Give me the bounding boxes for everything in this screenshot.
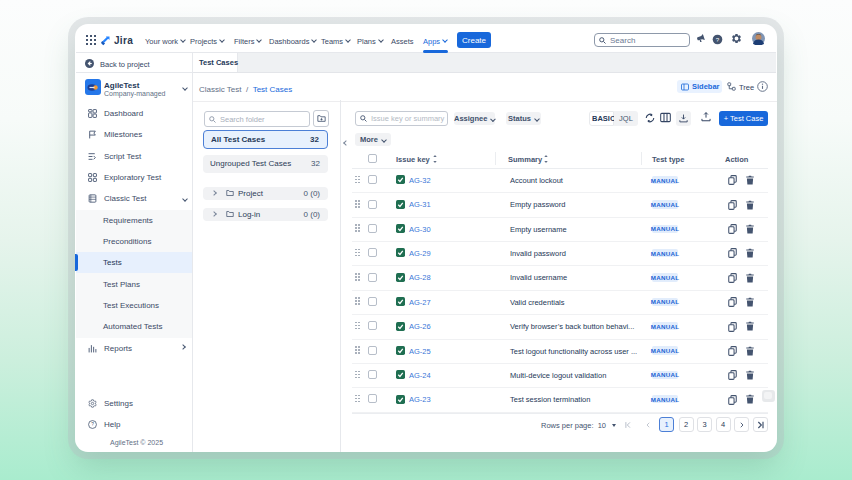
svg-text:?: ? bbox=[716, 36, 720, 43]
svg-text:?: ? bbox=[91, 422, 94, 427]
